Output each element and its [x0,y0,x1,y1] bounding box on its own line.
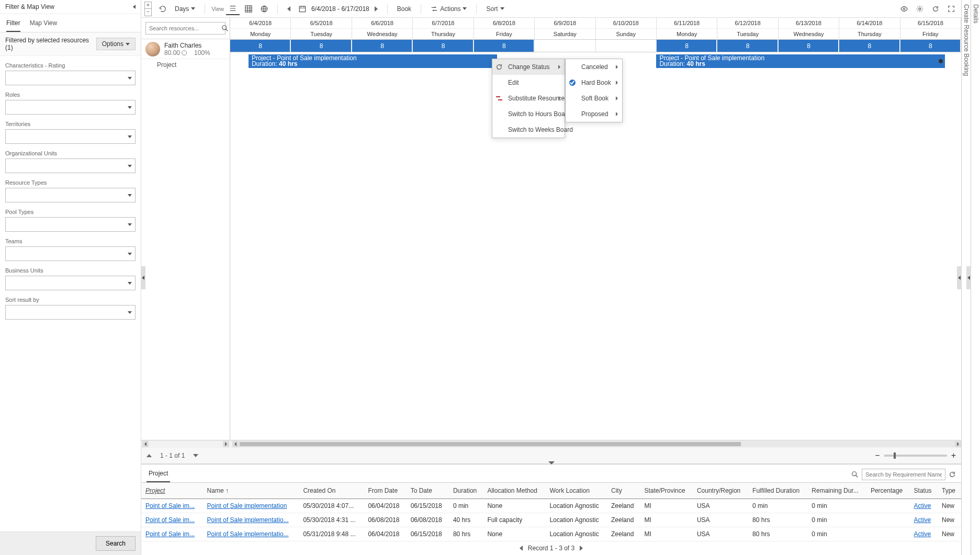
status-submenu[interactable]: CanceledHard BookSoft BookProposed [565,59,623,122]
status-link[interactable]: Active [914,530,931,538]
project-link[interactable]: Point of Sale im... [145,502,195,509]
resource-search-input[interactable] [149,25,221,31]
collapse-left-icon[interactable] [133,5,136,9]
record-prev-button[interactable] [520,546,523,551]
collapse-all-button[interactable]: − [144,9,152,16]
filter-dropdown[interactable] [5,217,136,232]
sort-dropdown[interactable]: Sort [483,3,507,15]
rail-expand-handle[interactable] [957,266,962,289]
scroll-right-button[interactable] [223,441,229,447]
filter-dropdown[interactable] [5,305,136,320]
booking-bar[interactable]: Project - Point of Sale implementationDu… [249,54,497,68]
tab-filter[interactable]: Filter [6,17,20,32]
filter-dropdown[interactable] [5,71,136,85]
page-up-button[interactable] [147,454,152,457]
booking-bar[interactable]: Project - Point of Sale implementationDu… [656,54,945,68]
refresh-icon[interactable] [949,471,956,478]
allocation-cell[interactable]: 8 [900,40,961,52]
column-header[interactable]: Remaining Dur... [807,483,866,499]
resource-row[interactable]: Faith Charles 80.00 100% [141,39,230,59]
filter-dropdown[interactable] [5,246,136,261]
grid-scrollbar[interactable] [239,441,955,447]
book-button[interactable]: Book [394,3,414,15]
date-prev-button[interactable] [284,4,294,14]
column-header[interactable]: Work Location [545,483,607,499]
requirement-search-input[interactable] [862,469,945,480]
zoom-slider[interactable] [884,455,947,457]
tab-map-view[interactable]: Map View [30,17,57,32]
column-header[interactable]: City [607,483,640,499]
menu-item[interactable]: Substitute Resource [492,90,565,106]
grid-scroll-right-button[interactable] [955,441,961,447]
menu-item[interactable]: Edit [492,75,565,90]
days-dropdown[interactable]: Days [172,3,198,15]
menu-item[interactable]: Change Status [492,59,565,75]
actions-dropdown[interactable]: Actions [427,3,470,15]
allocation-cell[interactable]: 8 [717,40,778,52]
project-link[interactable]: Point of Sale im... [145,530,195,538]
page-down-button[interactable] [193,454,198,457]
allocation-cell[interactable]: 8 [352,40,413,52]
status-link[interactable]: Active [914,516,931,524]
list-view-button[interactable] [226,3,240,15]
resource-search[interactable] [145,22,226,35]
map-view-button[interactable] [257,3,271,15]
menu-item[interactable]: Switch to Hours Board [492,106,565,122]
filter-dropdown[interactable] [5,158,136,173]
date-next-button[interactable] [371,4,381,14]
column-header[interactable]: To Date [407,483,449,499]
grid-view-button[interactable] [242,3,255,15]
column-header[interactable]: Allocation Method [483,483,545,499]
column-header[interactable]: Status [910,483,938,499]
zoom-in-button[interactable]: + [951,451,956,460]
search-button[interactable]: Search [96,536,136,551]
project-link[interactable]: Point of Sale im... [145,516,195,524]
table-row[interactable]: Point of Sale im...Point of Sale impleme… [141,513,961,527]
name-link[interactable]: Point of Sale implementation [207,502,287,509]
scroll-left-button[interactable] [142,441,149,447]
column-header[interactable]: Type [938,483,961,499]
allocation-cell[interactable]: 8 [291,40,352,52]
allocation-cell[interactable]: 8 [474,40,535,52]
menu-item[interactable]: Canceled [566,59,622,75]
allocation-cell[interactable]: 8 [413,40,474,52]
context-menu[interactable]: Change StatusEditSubstitute ResourceSwit… [492,59,565,138]
column-header[interactable]: From Date [364,483,406,499]
allocation-cell[interactable]: 8 [779,40,839,52]
rail-expand-handle[interactable] [966,266,971,289]
fullscreen-button[interactable] [944,3,958,15]
filter-dropdown[interactable] [5,276,136,290]
expand-all-button[interactable]: + [144,2,152,9]
zoom-out-button[interactable]: − [875,451,880,460]
visibility-button[interactable] [897,3,911,15]
column-header[interactable]: Created On [299,483,364,499]
filter-dropdown[interactable] [5,100,136,115]
status-link[interactable]: Active [914,502,931,509]
menu-item[interactable]: Switch to Weeks Board [492,122,565,138]
column-header[interactable]: Name ↑ [203,483,299,499]
refresh-button[interactable] [156,3,170,15]
record-next-button[interactable] [580,546,583,551]
column-header[interactable]: Fulfilled Duration [748,483,807,499]
allocation-cell[interactable]: 8 [839,40,900,52]
column-header[interactable]: Percentage [866,483,910,499]
search-icon[interactable] [851,471,859,478]
grid-scroll-left-button[interactable] [232,441,239,447]
column-header[interactable]: State/Province [640,483,692,499]
table-row[interactable]: Point of Sale im...Point of Sale impleme… [141,527,961,541]
allocation-cell[interactable] [535,40,595,52]
tab-project[interactable]: Project [147,467,170,482]
column-header[interactable]: Duration [449,483,483,499]
name-link[interactable]: Point of Sale implementatio... [207,530,289,538]
filter-dropdown[interactable] [5,188,136,202]
options-button[interactable]: Options [96,38,136,50]
column-header[interactable]: Country/Region [693,483,748,499]
panel-toggle-button[interactable] [548,461,555,465]
menu-item[interactable]: Proposed [566,106,622,122]
allocation-cell[interactable]: 8 [230,40,291,52]
calendar-button[interactable] [296,3,309,15]
booking-handle-icon[interactable] [939,59,943,63]
reload-button[interactable] [929,3,942,15]
table-row[interactable]: Point of Sale im...Point of Sale impleme… [141,499,961,513]
menu-item[interactable]: Soft Book [566,90,622,106]
